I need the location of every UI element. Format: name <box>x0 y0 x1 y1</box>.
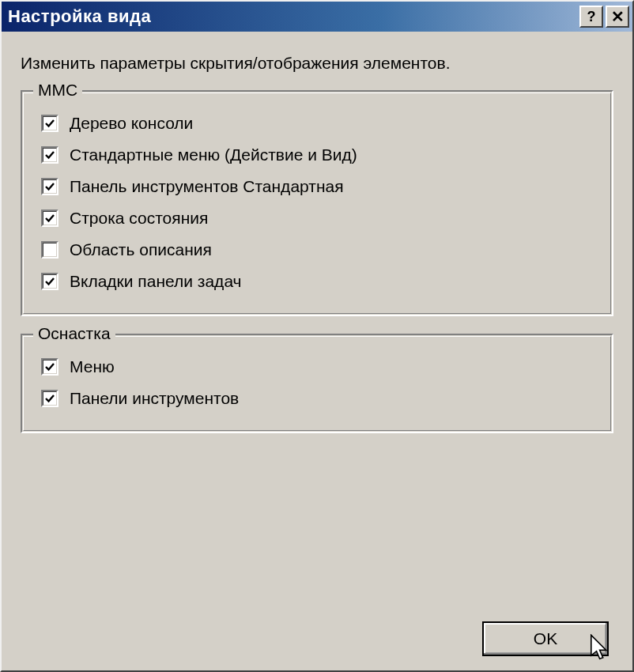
ok-button-label: OK <box>534 629 557 648</box>
group-mmc: MMC Дерево консоли Стандартные меню (Дей… <box>21 90 613 316</box>
checkbox-snapin-menu[interactable] <box>41 358 58 376</box>
option-label: Меню <box>70 357 115 376</box>
titlebar: Настройка вида ? ✕ <box>2 2 632 32</box>
checkbox-snapin-toolbars[interactable] <box>41 390 58 407</box>
instruction-text: Изменить параметры скрытия/отображения э… <box>21 54 613 73</box>
option-label: Строка состояния <box>70 209 208 228</box>
window-title: Настройка вида <box>8 6 577 27</box>
option-row: Панель инструментов Стандартная <box>41 177 598 196</box>
checkbox-console-tree[interactable] <box>41 115 58 132</box>
checkbox-status-bar[interactable] <box>41 210 58 227</box>
option-row: Вкладки панели задач <box>41 272 598 291</box>
option-label: Дерево консоли <box>70 114 193 133</box>
option-label: Панель инструментов Стандартная <box>70 177 344 196</box>
help-button[interactable]: ? <box>579 6 603 28</box>
checkbox-description-area[interactable] <box>41 241 58 259</box>
option-label: Вкладки панели задач <box>70 272 242 291</box>
close-button[interactable]: ✕ <box>606 6 629 28</box>
option-label: Область описания <box>70 240 212 259</box>
option-row: Область описания <box>41 240 598 259</box>
ok-button[interactable]: OK <box>482 621 609 656</box>
group-legend-snapin: Оснастка <box>33 324 115 343</box>
group-snapin: Оснастка Меню Панели инструментов <box>21 334 613 433</box>
checkbox-standard-toolbar[interactable] <box>41 178 58 195</box>
checkbox-standard-menus[interactable] <box>41 146 58 164</box>
option-row: Меню <box>41 357 598 376</box>
option-label: Стандартные меню (Действие и Вид) <box>70 145 357 164</box>
button-row: OK <box>21 621 613 656</box>
option-label: Панели инструментов <box>70 389 239 408</box>
option-row: Строка состояния <box>41 209 598 228</box>
close-icon: ✕ <box>611 9 625 25</box>
option-row: Панели инструментов <box>41 389 598 408</box>
option-row: Дерево консоли <box>41 114 598 133</box>
option-row: Стандартные меню (Действие и Вид) <box>41 145 598 164</box>
checkbox-taskbar-tabs[interactable] <box>41 273 58 290</box>
group-legend-mmc: MMC <box>33 81 82 100</box>
dialog-window: Настройка вида ? ✕ Изменить параметры ск… <box>0 0 634 672</box>
dialog-content: Изменить параметры скрытия/отображения э… <box>2 32 632 670</box>
help-icon: ? <box>587 9 596 25</box>
